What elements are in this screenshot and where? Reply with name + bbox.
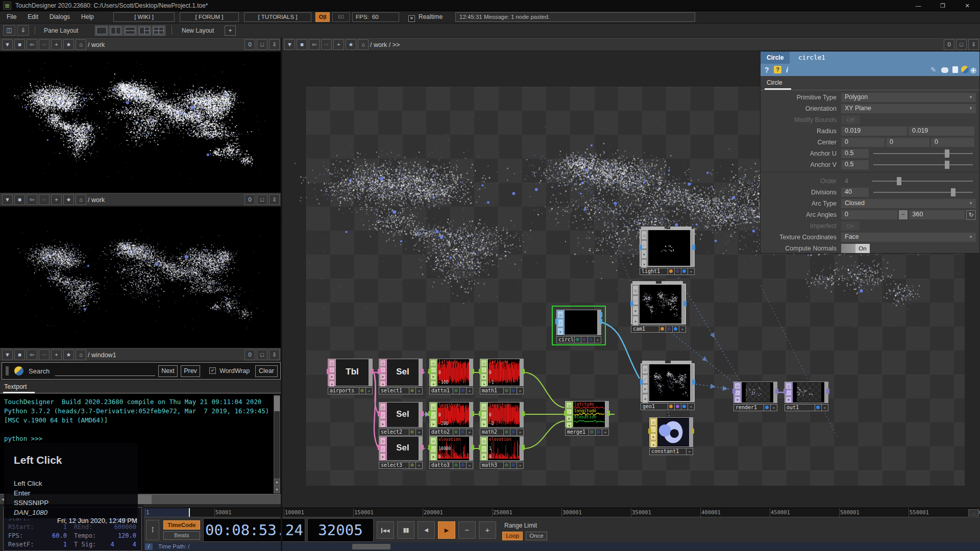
minus-icon[interactable]: − [899, 210, 908, 219]
pane-layout-preset-three[interactable] [138, 26, 151, 36]
node-add-flag-icon[interactable]: + [416, 387, 423, 394]
slider-knob[interactable] [945, 149, 949, 158]
chevron-down-icon[interactable]: ▼ [2, 194, 13, 205]
param-slider[interactable] [873, 164, 973, 165]
node-flag-icon[interactable]: ➤ [329, 373, 335, 380]
param-control[interactable]: XY Plane▼ [841, 104, 976, 113]
viewer-mode-button[interactable]: ◫ [3, 25, 15, 36]
maximize-button[interactable]: ❐ [931, 0, 954, 11]
node-add-flag-icon[interactable]: + [416, 462, 423, 469]
node-flag-icon[interactable]: ◎ [650, 418, 656, 425]
pane3-path[interactable]: / window1 [88, 352, 116, 359]
node-add-flag-icon[interactable]: + [602, 429, 609, 436]
link-button-2[interactable]: [ TUTORIALS ] [244, 12, 311, 22]
realtime-checkbox-icon[interactable]: ✕ [408, 15, 415, 22]
param-control[interactable]: Off [841, 115, 976, 124]
help-icon[interactable]: ? [765, 66, 769, 74]
node-flag-icon[interactable]: ◎ [430, 437, 436, 445]
popup-item-1[interactable]: Enter [14, 489, 30, 497]
output-connector[interactable] [371, 369, 374, 374]
output-connector[interactable] [471, 369, 474, 374]
loop-button[interactable]: Loop [502, 532, 523, 540]
pause-button[interactable]: ▮▮ [397, 521, 414, 539]
node-add-flag-icon[interactable]: + [366, 387, 373, 394]
node-name[interactable]: math2 [480, 429, 504, 436]
input-connector[interactable] [783, 389, 787, 394]
node-flag-icon[interactable]: ● [566, 422, 572, 428]
node-add-flag-icon[interactable]: + [467, 429, 473, 436]
arrow-right-icon[interactable]: ⇨ [321, 39, 332, 50]
node-flag-icon[interactable]: ◎ [632, 285, 639, 295]
node-name[interactable]: out1 [785, 404, 815, 411]
output-connector[interactable] [471, 411, 474, 416]
wordwrap-checkbox[interactable]: ✓ [209, 367, 216, 374]
float-window-icon[interactable]: □ [956, 39, 967, 50]
node-add-flag-icon[interactable]: + [467, 462, 473, 469]
output-connector[interactable] [421, 411, 424, 416]
param-slider[interactable] [873, 192, 973, 193]
node-select1[interactable]: ◎∕➤●Sel [379, 359, 423, 386]
zero-badge[interactable]: 0 [244, 194, 255, 205]
star-icon[interactable]: ★ [63, 349, 74, 360]
param-control[interactable]: On [841, 221, 976, 231]
play-button[interactable]: ▶ [438, 521, 455, 539]
node-name-row[interactable]: select1+ [379, 387, 423, 394]
node-airports[interactable]: ◎∕➤●Tbl [328, 359, 373, 386]
node-flag-icon[interactable]: ➤ [566, 415, 572, 421]
pane-layout-preset-quad[interactable] [152, 26, 165, 36]
close-button[interactable]: ✕ [955, 0, 979, 11]
node-name[interactable]: datto1 [429, 387, 453, 394]
collapse-icon[interactable]: ⇩ [269, 39, 280, 50]
slider-knob[interactable] [951, 188, 955, 196]
chevron-down-icon[interactable]: ▼ [2, 39, 13, 50]
pane1-path[interactable]: / work [88, 41, 105, 48]
output-connector[interactable] [607, 411, 610, 416]
realtime-toggle[interactable]: ✕Realtime [408, 13, 443, 22]
node-display-flag[interactable] [681, 403, 688, 410]
slider-knob[interactable] [897, 177, 901, 185]
node-display-flag[interactable] [460, 462, 467, 469]
slider-knob[interactable] [945, 161, 949, 169]
param-toggle[interactable]: On [841, 244, 870, 253]
param-dropdown[interactable]: Closed▼ [841, 199, 976, 208]
node-flag-icon[interactable]: ◎ [380, 403, 386, 411]
param-control[interactable]: Face▼ [841, 233, 976, 242]
node-flag-icon[interactable]: ◎ [430, 403, 436, 411]
chevron-down-icon[interactable]: ▼ [284, 39, 295, 50]
node-name[interactable]: light1 [640, 268, 668, 275]
param-slider[interactable] [873, 153, 973, 154]
node-display-flag[interactable] [589, 429, 596, 436]
node-name[interactable]: select2 [379, 429, 409, 436]
textport-scrollbar-thumb[interactable] [274, 396, 280, 411]
link-button-0[interactable]: [ WIKI ] [113, 12, 175, 22]
node-add-flag-icon[interactable]: + [517, 462, 524, 469]
node-display-flag[interactable] [681, 268, 688, 275]
node-display-flag[interactable] [409, 429, 416, 436]
node-display-flag[interactable] [409, 387, 416, 394]
stop-icon[interactable]: ■ [14, 349, 25, 360]
node-flag-icon[interactable]: ➤ [380, 373, 386, 380]
operator-name-field[interactable]: circle1 [798, 54, 825, 61]
node-display-flag[interactable] [815, 404, 822, 411]
beats-mode-button[interactable]: Beats [163, 531, 200, 540]
param-field[interactable]: 360 [909, 210, 965, 219]
midi-oi-button[interactable]: O|I [315, 12, 330, 22]
node-display-flag[interactable] [460, 387, 467, 394]
home-icon[interactable]: ⌂ [358, 39, 369, 50]
param-control[interactable]: 0−360↻ [841, 210, 976, 219]
node-name-row[interactable]: datto3+ [429, 462, 473, 469]
search-drag-handle[interactable] [6, 366, 9, 375]
output-connector[interactable] [522, 411, 525, 416]
node-flag-icon[interactable]: ➤ [481, 420, 487, 428]
float-window-icon[interactable]: □ [257, 349, 267, 360]
node-datto2[interactable]: ◎∕➤longitude0-200 [429, 402, 473, 428]
once-button[interactable]: Once [526, 532, 547, 540]
node-name-row[interactable]: constant1+ [649, 448, 693, 455]
node-add-flag-icon[interactable]: + [688, 268, 695, 275]
node-datto1[interactable]: ◎∕➤●latitude0-100 [429, 359, 473, 386]
node-name-row[interactable]: math1+ [480, 387, 524, 394]
pencil-icon[interactable]: ✎ [930, 66, 936, 73]
node-display-flag[interactable] [668, 268, 675, 275]
node-flag-icon[interactable]: ◎ [380, 437, 386, 445]
node-add-flag-icon[interactable]: + [416, 429, 423, 436]
